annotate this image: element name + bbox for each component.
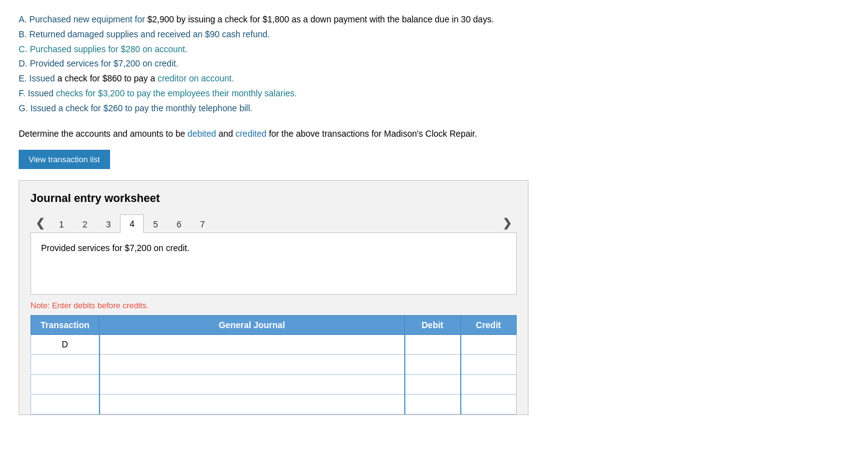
journal-input-2[interactable]: [100, 355, 404, 374]
transaction-cell-4: [31, 394, 99, 414]
line-g-prefix: G. Issued a check for $260 to pay the mo…: [19, 103, 252, 113]
journal-cell-4[interactable]: [99, 394, 405, 414]
worksheet-title: Journal entry worksheet: [30, 192, 517, 205]
instruction-line-e: E. Issued a check for $860 to pay a cred…: [19, 71, 849, 86]
line-e-prefix: E. Issued: [19, 73, 57, 83]
view-transaction-list-button[interactable]: View transaction list: [19, 150, 110, 169]
line-f-checks: checks for $3,200 to pay the employees t…: [56, 88, 297, 98]
table-row: [31, 394, 517, 414]
debit-cell-2[interactable]: [405, 354, 461, 374]
table-row: [31, 354, 517, 374]
tab-7[interactable]: 7: [191, 215, 215, 233]
line-d-prefix: D. Provided services for $7,200 on credi…: [19, 58, 178, 68]
prev-tab-arrow[interactable]: ❮: [30, 214, 50, 232]
debit-cell-4[interactable]: [405, 394, 461, 414]
header-transaction: Transaction: [31, 315, 99, 334]
instruction-line-b: B. Returned damaged supplies and receive…: [19, 27, 849, 42]
determine-paragraph: Determine the accounts and amounts to be…: [19, 129, 849, 139]
determine-debited: debited: [188, 129, 216, 139]
line-e-creditor: creditor on account.: [157, 73, 234, 83]
instruction-line-d: D. Provided services for $7,200 on credi…: [19, 57, 849, 71]
debit-input-3[interactable]: [405, 375, 460, 394]
transaction-cell-2: [31, 354, 99, 374]
header-debit: Debit: [405, 315, 461, 334]
header-credit: Credit: [461, 315, 517, 334]
credit-input-3[interactable]: [461, 375, 517, 394]
credit-cell-3[interactable]: [461, 374, 517, 394]
line-a-text: $2,900 by issuing a check for $1,800 as …: [147, 14, 494, 24]
table-row: [31, 374, 517, 394]
journal-cell-2[interactable]: [99, 354, 405, 374]
instruction-line-a: A. Purchased new equipment for $2,900 by…: [19, 12, 849, 27]
next-tab-arrow[interactable]: ❯: [497, 214, 517, 232]
credit-cell-1[interactable]: [461, 334, 517, 354]
tab-1[interactable]: 1: [50, 215, 73, 233]
debit-cell-1[interactable]: [405, 334, 461, 354]
credit-input-2[interactable]: [461, 355, 517, 374]
tab-5[interactable]: 5: [144, 215, 167, 233]
instruction-line-c: C. Purchased supplies for $280 on accoun…: [19, 42, 849, 57]
line-c-text: C. Purchased supplies for $280 on accoun…: [19, 44, 188, 54]
tab-content-text: Provided services for $7,200 on credit.: [41, 243, 506, 253]
journal-cell-3[interactable]: [99, 374, 405, 394]
tab-2[interactable]: 2: [73, 215, 97, 233]
line-f-prefix: F. Issued: [19, 88, 56, 98]
debit-input-2[interactable]: [405, 355, 460, 374]
line-b-prefix: B. Returned damaged supplies and receive…: [19, 29, 270, 39]
credit-cell-2[interactable]: [461, 354, 517, 374]
journal-input-1[interactable]: [100, 335, 404, 354]
instruction-line-f: F. Issued checks for $3,200 to pay the e…: [19, 86, 849, 101]
determine-credited: credited: [236, 129, 267, 139]
tab-navigation: ❮ 1 2 3 4 5 6 7 ❯: [30, 214, 517, 232]
journal-entry-worksheet: Journal entry worksheet ❮ 1 2 3 4 5 6 7 …: [19, 180, 529, 415]
tab-4[interactable]: 4: [120, 214, 144, 233]
journal-input-4[interactable]: [100, 395, 404, 414]
credit-cell-4[interactable]: [461, 394, 517, 414]
credit-input-1[interactable]: [461, 335, 517, 354]
debit-input-4[interactable]: [405, 395, 460, 414]
instruction-line-g: G. Issued a check for $260 to pay the mo…: [19, 101, 849, 116]
line-a-prefix: A. Purchased new equipment for: [19, 14, 147, 24]
note-text: Note: Enter debits before credits.: [30, 301, 517, 310]
debit-input-1[interactable]: [405, 335, 460, 354]
table-header-row: Transaction General Journal Debit Credit: [31, 315, 517, 334]
transaction-cell-3: [31, 374, 99, 394]
instructions-block: A. Purchased new equipment for $2,900 by…: [19, 12, 849, 116]
credit-input-4[interactable]: [461, 395, 517, 414]
tab-content-area: Provided services for $7,200 on credit.: [30, 232, 517, 295]
table-row: D: [31, 334, 517, 354]
header-general-journal: General Journal: [99, 315, 405, 334]
transaction-cell-d: D: [31, 334, 99, 354]
journal-input-3[interactable]: [100, 375, 404, 394]
debit-cell-3[interactable]: [405, 374, 461, 394]
journal-cell-1[interactable]: [99, 334, 405, 354]
tab-3[interactable]: 3: [97, 215, 121, 233]
journal-table: Transaction General Journal Debit Credit…: [30, 315, 517, 414]
tab-list: 1 2 3 4 5 6 7: [50, 214, 497, 232]
line-e-text: a check for $860 to pay a: [57, 73, 157, 83]
tab-6[interactable]: 6: [167, 215, 191, 233]
